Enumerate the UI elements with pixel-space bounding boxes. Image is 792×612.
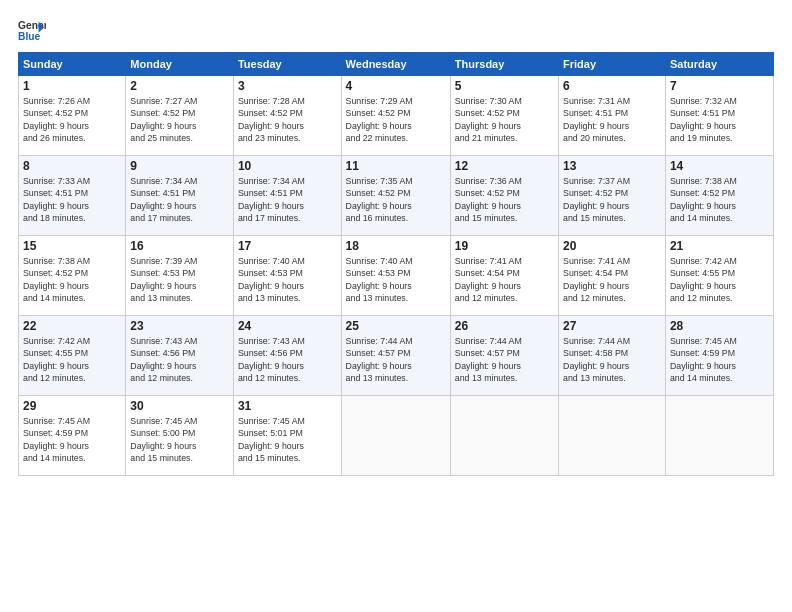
day-number: 18 bbox=[346, 239, 446, 253]
day-number: 26 bbox=[455, 319, 554, 333]
day-info: Sunrise: 7:40 AM Sunset: 4:53 PM Dayligh… bbox=[238, 255, 337, 304]
day-cell: 13Sunrise: 7:37 AM Sunset: 4:52 PM Dayli… bbox=[559, 156, 666, 236]
day-number: 8 bbox=[23, 159, 121, 173]
day-cell: 16Sunrise: 7:39 AM Sunset: 4:53 PM Dayli… bbox=[126, 236, 234, 316]
week-row-1: 1Sunrise: 7:26 AM Sunset: 4:52 PM Daylig… bbox=[19, 76, 774, 156]
weekday-tuesday: Tuesday bbox=[233, 53, 341, 76]
day-cell: 21Sunrise: 7:42 AM Sunset: 4:55 PM Dayli… bbox=[665, 236, 773, 316]
day-number: 12 bbox=[455, 159, 554, 173]
weekday-friday: Friday bbox=[559, 53, 666, 76]
day-info: Sunrise: 7:45 AM Sunset: 5:01 PM Dayligh… bbox=[238, 415, 337, 464]
day-cell: 20Sunrise: 7:41 AM Sunset: 4:54 PM Dayli… bbox=[559, 236, 666, 316]
day-info: Sunrise: 7:32 AM Sunset: 4:51 PM Dayligh… bbox=[670, 95, 769, 144]
day-info: Sunrise: 7:26 AM Sunset: 4:52 PM Dayligh… bbox=[23, 95, 121, 144]
day-cell bbox=[559, 396, 666, 476]
day-cell: 28Sunrise: 7:45 AM Sunset: 4:59 PM Dayli… bbox=[665, 316, 773, 396]
day-cell: 10Sunrise: 7:34 AM Sunset: 4:51 PM Dayli… bbox=[233, 156, 341, 236]
day-cell: 8Sunrise: 7:33 AM Sunset: 4:51 PM Daylig… bbox=[19, 156, 126, 236]
day-info: Sunrise: 7:29 AM Sunset: 4:52 PM Dayligh… bbox=[346, 95, 446, 144]
day-cell: 11Sunrise: 7:35 AM Sunset: 4:52 PM Dayli… bbox=[341, 156, 450, 236]
day-cell: 24Sunrise: 7:43 AM Sunset: 4:56 PM Dayli… bbox=[233, 316, 341, 396]
day-number: 27 bbox=[563, 319, 661, 333]
day-info: Sunrise: 7:33 AM Sunset: 4:51 PM Dayligh… bbox=[23, 175, 121, 224]
day-number: 28 bbox=[670, 319, 769, 333]
day-number: 15 bbox=[23, 239, 121, 253]
day-info: Sunrise: 7:38 AM Sunset: 4:52 PM Dayligh… bbox=[670, 175, 769, 224]
day-number: 16 bbox=[130, 239, 229, 253]
day-info: Sunrise: 7:39 AM Sunset: 4:53 PM Dayligh… bbox=[130, 255, 229, 304]
day-number: 14 bbox=[670, 159, 769, 173]
day-info: Sunrise: 7:45 AM Sunset: 5:00 PM Dayligh… bbox=[130, 415, 229, 464]
day-info: Sunrise: 7:40 AM Sunset: 4:53 PM Dayligh… bbox=[346, 255, 446, 304]
day-cell: 7Sunrise: 7:32 AM Sunset: 4:51 PM Daylig… bbox=[665, 76, 773, 156]
page: General Blue SundayMondayTuesdayWednesda… bbox=[0, 0, 792, 612]
day-cell: 17Sunrise: 7:40 AM Sunset: 4:53 PM Dayli… bbox=[233, 236, 341, 316]
weekday-sunday: Sunday bbox=[19, 53, 126, 76]
day-number: 13 bbox=[563, 159, 661, 173]
day-number: 24 bbox=[238, 319, 337, 333]
day-number: 6 bbox=[563, 79, 661, 93]
day-cell bbox=[665, 396, 773, 476]
day-number: 23 bbox=[130, 319, 229, 333]
day-info: Sunrise: 7:42 AM Sunset: 4:55 PM Dayligh… bbox=[23, 335, 121, 384]
week-row-2: 8Sunrise: 7:33 AM Sunset: 4:51 PM Daylig… bbox=[19, 156, 774, 236]
day-number: 5 bbox=[455, 79, 554, 93]
header: General Blue bbox=[18, 16, 774, 44]
day-cell: 14Sunrise: 7:38 AM Sunset: 4:52 PM Dayli… bbox=[665, 156, 773, 236]
day-info: Sunrise: 7:45 AM Sunset: 4:59 PM Dayligh… bbox=[670, 335, 769, 384]
day-cell: 15Sunrise: 7:38 AM Sunset: 4:52 PM Dayli… bbox=[19, 236, 126, 316]
day-cell: 25Sunrise: 7:44 AM Sunset: 4:57 PM Dayli… bbox=[341, 316, 450, 396]
day-info: Sunrise: 7:37 AM Sunset: 4:52 PM Dayligh… bbox=[563, 175, 661, 224]
day-info: Sunrise: 7:44 AM Sunset: 4:57 PM Dayligh… bbox=[346, 335, 446, 384]
day-info: Sunrise: 7:44 AM Sunset: 4:57 PM Dayligh… bbox=[455, 335, 554, 384]
day-cell: 26Sunrise: 7:44 AM Sunset: 4:57 PM Dayli… bbox=[450, 316, 558, 396]
day-info: Sunrise: 7:34 AM Sunset: 4:51 PM Dayligh… bbox=[238, 175, 337, 224]
day-info: Sunrise: 7:44 AM Sunset: 4:58 PM Dayligh… bbox=[563, 335, 661, 384]
day-cell bbox=[341, 396, 450, 476]
day-cell: 1Sunrise: 7:26 AM Sunset: 4:52 PM Daylig… bbox=[19, 76, 126, 156]
day-cell: 29Sunrise: 7:45 AM Sunset: 4:59 PM Dayli… bbox=[19, 396, 126, 476]
day-info: Sunrise: 7:36 AM Sunset: 4:52 PM Dayligh… bbox=[455, 175, 554, 224]
weekday-monday: Monday bbox=[126, 53, 234, 76]
day-number: 7 bbox=[670, 79, 769, 93]
day-cell: 30Sunrise: 7:45 AM Sunset: 5:00 PM Dayli… bbox=[126, 396, 234, 476]
day-number: 11 bbox=[346, 159, 446, 173]
day-cell: 31Sunrise: 7:45 AM Sunset: 5:01 PM Dayli… bbox=[233, 396, 341, 476]
day-cell: 22Sunrise: 7:42 AM Sunset: 4:55 PM Dayli… bbox=[19, 316, 126, 396]
logo-icon: General Blue bbox=[18, 16, 46, 44]
svg-text:Blue: Blue bbox=[18, 31, 41, 42]
day-number: 25 bbox=[346, 319, 446, 333]
day-info: Sunrise: 7:41 AM Sunset: 4:54 PM Dayligh… bbox=[563, 255, 661, 304]
day-info: Sunrise: 7:27 AM Sunset: 4:52 PM Dayligh… bbox=[130, 95, 229, 144]
day-info: Sunrise: 7:30 AM Sunset: 4:52 PM Dayligh… bbox=[455, 95, 554, 144]
day-cell: 19Sunrise: 7:41 AM Sunset: 4:54 PM Dayli… bbox=[450, 236, 558, 316]
day-number: 19 bbox=[455, 239, 554, 253]
day-number: 17 bbox=[238, 239, 337, 253]
day-info: Sunrise: 7:38 AM Sunset: 4:52 PM Dayligh… bbox=[23, 255, 121, 304]
day-number: 31 bbox=[238, 399, 337, 413]
day-cell: 6Sunrise: 7:31 AM Sunset: 4:51 PM Daylig… bbox=[559, 76, 666, 156]
day-number: 30 bbox=[130, 399, 229, 413]
day-number: 1 bbox=[23, 79, 121, 93]
day-cell: 9Sunrise: 7:34 AM Sunset: 4:51 PM Daylig… bbox=[126, 156, 234, 236]
day-info: Sunrise: 7:42 AM Sunset: 4:55 PM Dayligh… bbox=[670, 255, 769, 304]
weekday-saturday: Saturday bbox=[665, 53, 773, 76]
calendar-table: SundayMondayTuesdayWednesdayThursdayFrid… bbox=[18, 52, 774, 476]
day-cell: 5Sunrise: 7:30 AM Sunset: 4:52 PM Daylig… bbox=[450, 76, 558, 156]
week-row-5: 29Sunrise: 7:45 AM Sunset: 4:59 PM Dayli… bbox=[19, 396, 774, 476]
day-info: Sunrise: 7:28 AM Sunset: 4:52 PM Dayligh… bbox=[238, 95, 337, 144]
day-info: Sunrise: 7:35 AM Sunset: 4:52 PM Dayligh… bbox=[346, 175, 446, 224]
day-cell: 12Sunrise: 7:36 AM Sunset: 4:52 PM Dayli… bbox=[450, 156, 558, 236]
weekday-wednesday: Wednesday bbox=[341, 53, 450, 76]
week-row-3: 15Sunrise: 7:38 AM Sunset: 4:52 PM Dayli… bbox=[19, 236, 774, 316]
day-number: 4 bbox=[346, 79, 446, 93]
day-info: Sunrise: 7:41 AM Sunset: 4:54 PM Dayligh… bbox=[455, 255, 554, 304]
day-number: 9 bbox=[130, 159, 229, 173]
day-number: 22 bbox=[23, 319, 121, 333]
day-info: Sunrise: 7:31 AM Sunset: 4:51 PM Dayligh… bbox=[563, 95, 661, 144]
day-cell: 27Sunrise: 7:44 AM Sunset: 4:58 PM Dayli… bbox=[559, 316, 666, 396]
day-cell: 4Sunrise: 7:29 AM Sunset: 4:52 PM Daylig… bbox=[341, 76, 450, 156]
day-cell: 18Sunrise: 7:40 AM Sunset: 4:53 PM Dayli… bbox=[341, 236, 450, 316]
logo: General Blue bbox=[18, 16, 46, 44]
day-info: Sunrise: 7:45 AM Sunset: 4:59 PM Dayligh… bbox=[23, 415, 121, 464]
